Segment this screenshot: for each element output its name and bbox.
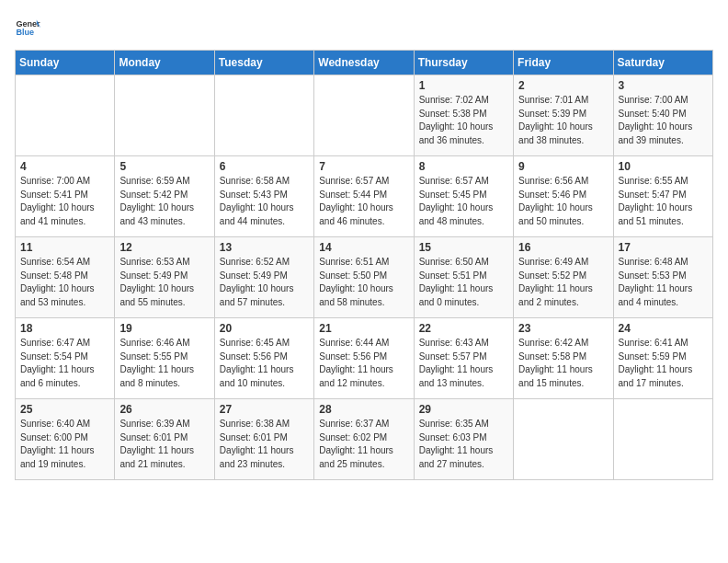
cell-info: Sunrise: 6:57 AM Sunset: 5:44 PM Dayligh… [319, 175, 408, 228]
calendar-cell: 4Sunrise: 7:00 AM Sunset: 5:41 PM Daylig… [16, 156, 115, 237]
cell-info: Sunrise: 6:55 AM Sunset: 5:47 PM Dayligh… [619, 175, 708, 228]
cell-info: Sunrise: 6:47 AM Sunset: 5:54 PM Dayligh… [20, 337, 109, 390]
day-number: 7 [319, 160, 408, 173]
day-number: 1 [419, 79, 508, 92]
cell-info: Sunrise: 6:57 AM Sunset: 5:45 PM Dayligh… [419, 175, 508, 228]
calendar-cell: 15Sunrise: 6:50 AM Sunset: 5:51 PM Dayli… [414, 237, 513, 318]
calendar-cell: 21Sunrise: 6:44 AM Sunset: 5:56 PM Dayli… [314, 318, 414, 399]
calendar-cell: 18Sunrise: 6:47 AM Sunset: 5:54 PM Dayli… [16, 318, 115, 399]
calendar-cell: 19Sunrise: 6:46 AM Sunset: 5:55 PM Dayli… [115, 318, 214, 399]
calendar-cell: 14Sunrise: 6:51 AM Sunset: 5:50 PM Dayli… [314, 237, 414, 318]
weekday-thursday: Thursday [414, 51, 513, 75]
cell-info: Sunrise: 6:51 AM Sunset: 5:50 PM Dayligh… [319, 256, 408, 309]
weekday-friday: Friday [514, 51, 613, 75]
day-number: 26 [119, 403, 209, 416]
day-number: 3 [619, 79, 708, 92]
calendar-cell: 11Sunrise: 6:54 AM Sunset: 5:48 PM Dayli… [16, 237, 115, 318]
day-number: 8 [419, 160, 508, 173]
calendar-cell [314, 75, 414, 156]
cell-info: Sunrise: 6:46 AM Sunset: 5:55 PM Dayligh… [119, 337, 209, 390]
calendar-cell: 2Sunrise: 7:01 AM Sunset: 5:39 PM Daylig… [514, 75, 613, 156]
logo: General Blue [15, 15, 44, 40]
weekday-wednesday: Wednesday [314, 51, 414, 75]
calendar-cell: 29Sunrise: 6:35 AM Sunset: 6:03 PM Dayli… [414, 399, 513, 480]
day-number: 29 [419, 403, 508, 416]
calendar-week-0: 1Sunrise: 7:02 AM Sunset: 5:38 PM Daylig… [16, 75, 713, 156]
day-number: 24 [619, 322, 708, 335]
calendar-cell: 25Sunrise: 6:40 AM Sunset: 6:00 PM Dayli… [16, 399, 115, 480]
logo-icon: General Blue [15, 15, 40, 40]
calendar-cell: 17Sunrise: 6:48 AM Sunset: 5:53 PM Dayli… [613, 237, 712, 318]
day-number: 25 [20, 403, 109, 416]
cell-info: Sunrise: 6:50 AM Sunset: 5:51 PM Dayligh… [419, 256, 508, 309]
day-number: 11 [20, 241, 109, 254]
cell-info: Sunrise: 6:48 AM Sunset: 5:53 PM Dayligh… [619, 256, 708, 309]
cell-info: Sunrise: 6:37 AM Sunset: 6:02 PM Dayligh… [319, 418, 408, 471]
cell-info: Sunrise: 6:44 AM Sunset: 5:56 PM Dayligh… [319, 337, 408, 390]
calendar-week-4: 25Sunrise: 6:40 AM Sunset: 6:00 PM Dayli… [16, 399, 713, 480]
day-number: 6 [220, 160, 309, 173]
cell-info: Sunrise: 6:45 AM Sunset: 5:56 PM Dayligh… [220, 337, 309, 390]
calendar-cell: 16Sunrise: 6:49 AM Sunset: 5:52 PM Dayli… [514, 237, 613, 318]
calendar-cell [214, 75, 313, 156]
calendar-cell: 26Sunrise: 6:39 AM Sunset: 6:01 PM Dayli… [115, 399, 214, 480]
cell-info: Sunrise: 6:58 AM Sunset: 5:43 PM Dayligh… [220, 175, 309, 228]
cell-info: Sunrise: 6:43 AM Sunset: 5:57 PM Dayligh… [419, 337, 508, 390]
day-number: 21 [319, 322, 408, 335]
calendar-cell: 6Sunrise: 6:58 AM Sunset: 5:43 PM Daylig… [214, 156, 313, 237]
calendar-cell [613, 399, 712, 480]
calendar-week-3: 18Sunrise: 6:47 AM Sunset: 5:54 PM Dayli… [16, 318, 713, 399]
calendar-cell: 27Sunrise: 6:38 AM Sunset: 6:01 PM Dayli… [214, 399, 313, 480]
day-number: 10 [619, 160, 708, 173]
calendar-table: SundayMondayTuesdayWednesdayThursdayFrid… [15, 50, 713, 480]
calendar-cell [514, 399, 613, 480]
page-header: General Blue [15, 15, 713, 40]
weekday-header-row: SundayMondayTuesdayWednesdayThursdayFrid… [16, 51, 713, 75]
cell-info: Sunrise: 6:42 AM Sunset: 5:58 PM Dayligh… [518, 337, 608, 390]
day-number: 18 [20, 322, 109, 335]
calendar-cell: 5Sunrise: 6:59 AM Sunset: 5:42 PM Daylig… [115, 156, 214, 237]
day-number: 9 [518, 160, 608, 173]
cell-info: Sunrise: 7:00 AM Sunset: 5:40 PM Dayligh… [619, 94, 708, 147]
day-number: 28 [319, 403, 408, 416]
calendar-cell: 24Sunrise: 6:41 AM Sunset: 5:59 PM Dayli… [613, 318, 712, 399]
cell-info: Sunrise: 6:40 AM Sunset: 6:00 PM Dayligh… [20, 418, 109, 471]
calendar-week-2: 11Sunrise: 6:54 AM Sunset: 5:48 PM Dayli… [16, 237, 713, 318]
weekday-tuesday: Tuesday [214, 51, 313, 75]
calendar-body: 1Sunrise: 7:02 AM Sunset: 5:38 PM Daylig… [16, 75, 713, 480]
calendar-cell: 9Sunrise: 6:56 AM Sunset: 5:46 PM Daylig… [514, 156, 613, 237]
cell-info: Sunrise: 7:01 AM Sunset: 5:39 PM Dayligh… [518, 94, 608, 147]
calendar-cell: 10Sunrise: 6:55 AM Sunset: 5:47 PM Dayli… [613, 156, 712, 237]
day-number: 15 [419, 241, 508, 254]
day-number: 22 [419, 322, 508, 335]
calendar-cell: 3Sunrise: 7:00 AM Sunset: 5:40 PM Daylig… [613, 75, 712, 156]
cell-info: Sunrise: 7:00 AM Sunset: 5:41 PM Dayligh… [20, 175, 109, 228]
day-number: 4 [20, 160, 109, 173]
cell-info: Sunrise: 6:53 AM Sunset: 5:49 PM Dayligh… [119, 256, 209, 309]
calendar-cell: 7Sunrise: 6:57 AM Sunset: 5:44 PM Daylig… [314, 156, 414, 237]
calendar-cell: 28Sunrise: 6:37 AM Sunset: 6:02 PM Dayli… [314, 399, 414, 480]
day-number: 14 [319, 241, 408, 254]
weekday-monday: Monday [115, 51, 214, 75]
day-number: 17 [619, 241, 708, 254]
calendar-cell: 12Sunrise: 6:53 AM Sunset: 5:49 PM Dayli… [115, 237, 214, 318]
cell-info: Sunrise: 6:35 AM Sunset: 6:03 PM Dayligh… [419, 418, 508, 471]
cell-info: Sunrise: 6:54 AM Sunset: 5:48 PM Dayligh… [20, 256, 109, 309]
day-number: 2 [518, 79, 608, 92]
cell-info: Sunrise: 6:56 AM Sunset: 5:46 PM Dayligh… [518, 175, 608, 228]
calendar-cell: 23Sunrise: 6:42 AM Sunset: 5:58 PM Dayli… [514, 318, 613, 399]
cell-info: Sunrise: 6:41 AM Sunset: 5:59 PM Dayligh… [619, 337, 708, 390]
cell-info: Sunrise: 6:38 AM Sunset: 6:01 PM Dayligh… [220, 418, 309, 471]
calendar-cell [115, 75, 214, 156]
day-number: 19 [119, 322, 209, 335]
cell-info: Sunrise: 6:52 AM Sunset: 5:49 PM Dayligh… [220, 256, 309, 309]
cell-info: Sunrise: 6:49 AM Sunset: 5:52 PM Dayligh… [518, 256, 608, 309]
weekday-saturday: Saturday [613, 51, 712, 75]
day-number: 16 [518, 241, 608, 254]
calendar-cell: 20Sunrise: 6:45 AM Sunset: 5:56 PM Dayli… [214, 318, 313, 399]
calendar-cell [16, 75, 115, 156]
calendar-cell: 13Sunrise: 6:52 AM Sunset: 5:49 PM Dayli… [214, 237, 313, 318]
cell-info: Sunrise: 6:39 AM Sunset: 6:01 PM Dayligh… [119, 418, 209, 471]
calendar-cell: 8Sunrise: 6:57 AM Sunset: 5:45 PM Daylig… [414, 156, 513, 237]
weekday-sunday: Sunday [16, 51, 115, 75]
